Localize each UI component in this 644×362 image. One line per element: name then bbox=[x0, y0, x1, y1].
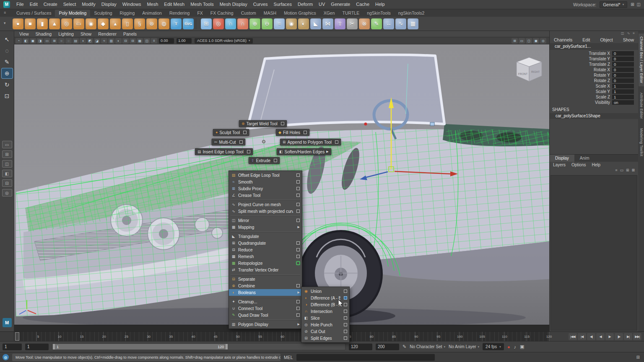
range-slider[interactable]: 1 120 bbox=[52, 343, 345, 350]
option-box[interactable] bbox=[344, 336, 347, 340]
menubar-item[interactable]: Select bbox=[60, 0, 79, 9]
option-box[interactable] bbox=[344, 323, 347, 326]
selected-object-name[interactable]: car_polySurface1... bbox=[550, 43, 638, 50]
menubar-item[interactable]: Display bbox=[99, 0, 119, 9]
gate-mask-icon[interactable]: ◫ bbox=[144, 38, 150, 44]
menubar-item[interactable]: Help bbox=[372, 0, 388, 9]
separate-icon[interactable]: ⊖ bbox=[262, 18, 273, 29]
option-box[interactable] bbox=[344, 316, 347, 320]
marking-extrude[interactable]: ⇧ Extrude bbox=[249, 157, 280, 164]
wireframe-icon[interactable]: ○ bbox=[58, 38, 65, 44]
option-box[interactable] bbox=[296, 187, 300, 190]
option-box[interactable] bbox=[296, 313, 300, 317]
attribute-value-field[interactable]: on bbox=[612, 100, 634, 105]
anim-preferences-icon[interactable]: ▣ bbox=[520, 344, 524, 349]
poly-sphere-icon[interactable]: ● bbox=[13, 18, 23, 29]
option-box[interactable] bbox=[344, 290, 347, 293]
option-box[interactable] bbox=[243, 131, 247, 134]
menu-item[interactable]: ⊞ Subdiv Proxy bbox=[229, 185, 302, 192]
exposure-field[interactable]: 0.00 bbox=[159, 38, 174, 44]
menu-item[interactable]: ▦ Mapping ▶ bbox=[229, 224, 302, 230]
attribute-value-field[interactable]: 0 bbox=[612, 78, 634, 83]
move-tool[interactable]: ⊕ bbox=[2, 68, 13, 78]
range-slider-bar[interactable]: 1 120 bbox=[53, 344, 228, 349]
animation-end-field[interactable] bbox=[376, 344, 399, 350]
camera-attributes-icon[interactable]: ▣ bbox=[30, 38, 36, 44]
menu-item[interactable]: ◫ Mirror bbox=[229, 217, 302, 224]
menu-item[interactable]: ✦ Cleanup... bbox=[229, 298, 302, 305]
menu-item[interactable]: ◐ Booleans ▶ bbox=[229, 289, 302, 296]
step-back-frame-button[interactable]: |◀ bbox=[578, 333, 586, 340]
option-box[interactable] bbox=[344, 296, 347, 300]
smooth-icon[interactable]: ≈ bbox=[274, 18, 285, 29]
shelf-tab[interactable]: Poly Modeling bbox=[55, 10, 90, 17]
multi-cut-icon[interactable]: ✂ bbox=[347, 18, 358, 29]
lasso-select-tool[interactable]: ◌ bbox=[2, 46, 13, 56]
marking-append-polygon[interactable]: ⊞ Append to Polygon Tool bbox=[280, 139, 341, 145]
svg-tool-icon[interactable]: SVG bbox=[183, 18, 194, 29]
sidebar-tab[interactable]: Modeling Toolkit bbox=[639, 125, 644, 159]
layout-four-pane[interactable]: ⊞ bbox=[2, 150, 12, 158]
target-weld-icon[interactable]: ⊗ bbox=[359, 18, 370, 29]
lights-icon[interactable]: ◑ bbox=[80, 38, 86, 44]
menu-item[interactable]: ▦ Remesh bbox=[229, 253, 302, 260]
option-box[interactable] bbox=[296, 261, 300, 265]
menu-item[interactable]: ✎ Quad Draw Tool bbox=[229, 312, 302, 318]
marking-target-weld[interactable]: ⊗ Target Weld Tool bbox=[239, 120, 287, 127]
script-editor-icon[interactable]: ◍ bbox=[3, 354, 9, 360]
poly-plane-icon[interactable]: ▭ bbox=[73, 18, 84, 29]
channel-slider-mode-icon[interactable]: ◫ bbox=[621, 31, 624, 36]
shelf-config-icon[interactable]: ▾ bbox=[4, 21, 6, 25]
menubar-item[interactable]: Mesh Display bbox=[217, 0, 250, 9]
viewport-menu-item[interactable]: Panels bbox=[120, 31, 140, 36]
playback-start-field[interactable] bbox=[25, 344, 49, 350]
menubar-item[interactable]: Deform bbox=[295, 0, 316, 9]
field-chart-icon[interactable]: ⊟ bbox=[130, 38, 136, 44]
step-forward-frame-button[interactable]: ▶| bbox=[624, 333, 632, 340]
option-box[interactable] bbox=[296, 203, 300, 206]
menu-item[interactable]: ▤ Offset Edge Loop Tool bbox=[229, 172, 302, 178]
mirror-icon[interactable]: ↔ bbox=[383, 18, 394, 29]
workspace-lock-icon[interactable]: ◫ bbox=[637, 2, 641, 7]
option-box[interactable] bbox=[296, 209, 300, 213]
layer-editor-tab[interactable]: Anim bbox=[574, 155, 595, 162]
attribute-value-field[interactable]: 0 bbox=[612, 67, 634, 72]
shelf-tab[interactable]: FX bbox=[193, 10, 206, 17]
layer-new-selected-icon[interactable]: ⊠ bbox=[631, 168, 635, 174]
poly-platonic-icon[interactable]: ◆ bbox=[98, 18, 109, 29]
reflection-icon[interactable]: ∩ bbox=[237, 18, 248, 29]
option-box[interactable] bbox=[344, 310, 347, 313]
film-gate-icon[interactable]: ▭ bbox=[519, 38, 525, 44]
option-box[interactable] bbox=[281, 122, 284, 125]
channel-settings-icon[interactable]: ≡ bbox=[633, 31, 635, 36]
poly-pipe-icon[interactable]: ▯ bbox=[122, 18, 133, 29]
option-box[interactable] bbox=[335, 140, 338, 144]
character-set-dropdown[interactable]: No Character Set ▾ bbox=[410, 344, 445, 349]
shaded-icon[interactable]: ◌ bbox=[65, 38, 72, 44]
safe-title-icon[interactable]: ▣ bbox=[533, 38, 539, 44]
layout-split[interactable]: ◧ bbox=[2, 170, 12, 177]
shelf-tab[interactable]: MASH bbox=[260, 10, 280, 17]
option-box[interactable] bbox=[296, 255, 300, 258]
channel-speed-icon[interactable]: ∿ bbox=[627, 31, 630, 36]
marking-multi-cut[interactable]: ✂ Multi-Cut bbox=[212, 139, 245, 145]
paint-select-tool[interactable]: ✎ bbox=[2, 57, 13, 67]
option-box[interactable] bbox=[296, 219, 300, 222]
marking-soften-harden[interactable]: ◧ Soften/Harden Edges ▶ bbox=[277, 148, 331, 155]
attribute-value-field[interactable]: 0 bbox=[612, 73, 634, 78]
modeling-toolkit-icon[interactable]: ⊞ bbox=[201, 18, 212, 29]
shelf-tab[interactable]: Curves / Surfaces bbox=[13, 10, 55, 17]
menu-item[interactable]: ⊟ Split Edges bbox=[301, 335, 349, 341]
gamma-field[interactable]: 1.00 bbox=[177, 38, 192, 44]
layer-empty-icon[interactable]: ▭ bbox=[620, 168, 623, 174]
marking-fill-holes[interactable]: ◆ Fill Holes bbox=[276, 129, 309, 136]
menu-item[interactable]: ◎ Hole Punch bbox=[301, 321, 349, 328]
option-box[interactable] bbox=[296, 248, 300, 251]
image-plane-icon[interactable]: ▭ bbox=[44, 38, 50, 44]
pan-zoom-icon[interactable]: ⊞ bbox=[51, 38, 57, 44]
command-input[interactable] bbox=[296, 354, 435, 361]
workspace-save-icon[interactable]: ⊞ bbox=[631, 2, 634, 7]
xray-icon[interactable]: ◐ bbox=[115, 38, 122, 44]
attribute-value-field[interactable]: 0 bbox=[612, 51, 634, 56]
poly-cube-icon[interactable]: ■ bbox=[25, 18, 36, 29]
